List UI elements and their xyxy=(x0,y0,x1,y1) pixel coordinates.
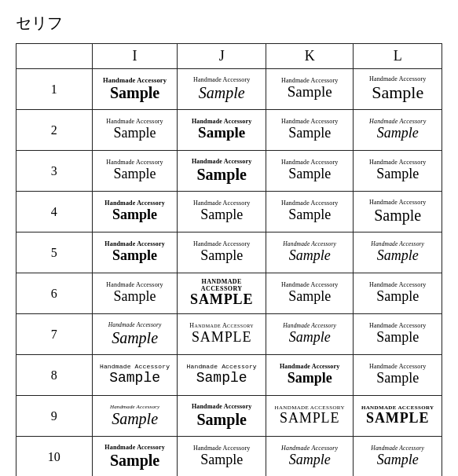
cell-6-l: Handmade Accessory Sample xyxy=(354,273,442,314)
cell-8-l: Handmade Accessory Sample xyxy=(354,355,442,396)
row-number: 10 xyxy=(16,437,93,477)
cell-3-i: Handmade Accessory Sample xyxy=(92,151,178,192)
row-number: 1 xyxy=(16,69,93,110)
cell-10-l: Handmade Accessory Sample xyxy=(354,437,442,477)
header-col-j: J xyxy=(178,44,266,69)
cell-5-i: Handmade Accessory Sample xyxy=(92,233,178,273)
header-blank xyxy=(16,44,93,69)
header-col-i: I xyxy=(92,44,178,69)
header-col-l: L xyxy=(354,44,442,69)
row-number: 8 xyxy=(16,355,93,396)
cell-7-j: Handmade Accessory SAMPLE xyxy=(178,314,266,355)
cell-2-j: Handmade Accessory Sample xyxy=(178,110,266,151)
cell-4-k: Handmade Accessory Sample xyxy=(266,192,354,233)
row-number: 4 xyxy=(16,192,93,233)
table-row: 4 Handmade Accessory Sample Handmade Acc… xyxy=(16,192,442,233)
cell-4-i: Handmade Accessory Sample xyxy=(92,192,178,233)
cell-2-l: Handmade Accessory Sample xyxy=(354,110,442,151)
cell-5-j: Handmade Accessory Sample xyxy=(178,233,266,273)
cell-5-k: Handmade Accessory Sample xyxy=(266,233,354,273)
cell-1-k: Handmade Accessory Sample xyxy=(266,69,354,110)
cell-3-k: Handmade Accessory Sample xyxy=(266,151,354,192)
cell-7-l: Handmade Accessory Sample xyxy=(354,314,442,355)
cell-10-i: Handmade Accessory Sample xyxy=(92,437,178,477)
cell-1-i: Handmade Accessory Sample xyxy=(92,69,178,110)
cell-10-k: Handmade Accessory Sample xyxy=(266,437,354,477)
cell-10-j: Handmade Accessory Sample xyxy=(178,437,266,477)
table-row: 8 Handmade Accessory Sample Handmade Acc… xyxy=(16,355,442,396)
row-number: 5 xyxy=(16,233,93,273)
cell-4-l: Handmade Accessory Sample xyxy=(354,192,442,233)
cell-1-j: Handmade Accessory Sample xyxy=(178,69,266,110)
table-row: 7 Handmade Accessory Sample Handmade Acc… xyxy=(16,314,442,355)
cell-2-k: Handmade Accessory Sample xyxy=(266,110,354,151)
table-row: 9 Handmade Accessory Sample Handmade Acc… xyxy=(16,396,442,437)
cell-9-l: HANDMADE ACCESSORY SAMPLE xyxy=(354,396,442,437)
cell-7-k: Handmade Accessory Sample xyxy=(266,314,354,355)
table-row: 3 Handmade Accessory Sample Handmade Acc… xyxy=(16,151,442,192)
cell-8-k: Handmade Accessory Sample xyxy=(266,355,354,396)
table-row: 6 Handmade Accessory Sample HANDMADE ACC… xyxy=(16,273,442,314)
table-row: 5 Handmade Accessory Sample Handmade Acc… xyxy=(16,233,442,273)
header-col-k: K xyxy=(266,44,354,69)
cell-2-i: Handmade Accessory Sample xyxy=(92,110,178,151)
cell-5-l: Handmade Accessory Sample xyxy=(354,233,442,273)
font-sample-table: I J K L 1 Handmade Accessory Sample Hand… xyxy=(16,43,442,476)
row-number: 7 xyxy=(16,314,93,355)
page-title: セリフ xyxy=(16,13,442,34)
table-row: 2 Handmade Accessory Sample Handmade Acc… xyxy=(16,110,442,151)
row-number: 6 xyxy=(16,273,93,314)
cell-9-i: Handmade Accessory Sample xyxy=(92,396,178,437)
cell-8-i: Handmade Accessory Sample xyxy=(92,355,178,396)
row-number: 3 xyxy=(16,151,93,192)
cell-4-j: Handmade Accessory Sample xyxy=(178,192,266,233)
cell-3-j: Handmade Accessory Sample xyxy=(178,151,266,192)
row-number: 2 xyxy=(16,110,93,151)
cell-9-k: HANDMADE ACCESSORY SAMPLE xyxy=(266,396,354,437)
cell-6-i: Handmade Accessory Sample xyxy=(92,273,178,314)
cell-6-k: Handmade Accessory Sample xyxy=(266,273,354,314)
cell-3-l: Handmade Accessory Sample xyxy=(354,151,442,192)
cell-7-i: Handmade Accessory Sample xyxy=(92,314,178,355)
row-number: 9 xyxy=(16,396,93,437)
table-row: 1 Handmade Accessory Sample Handmade Acc… xyxy=(16,69,442,110)
cell-1-l: Handmade Accessory Sample xyxy=(354,69,442,110)
cell-9-j: Handmade Accessory Sample xyxy=(178,396,266,437)
table-row: 10 Handmade Accessory Sample Handmade Ac… xyxy=(16,437,442,477)
cell-6-j: HANDMADE ACCESSORY SAMPLE xyxy=(178,273,266,314)
cell-8-j: Handmade Accessory Sample xyxy=(178,355,266,396)
